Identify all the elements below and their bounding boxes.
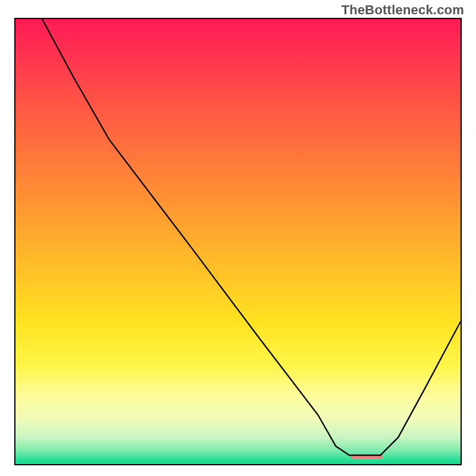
chart-container: TheBottleneck.com bbox=[0, 0, 476, 476]
watermark-label: TheBottleneck.com bbox=[342, 2, 464, 18]
bottleneck-curve bbox=[15, 19, 461, 464]
curve-path bbox=[42, 19, 461, 455]
plot-area bbox=[14, 18, 462, 465]
